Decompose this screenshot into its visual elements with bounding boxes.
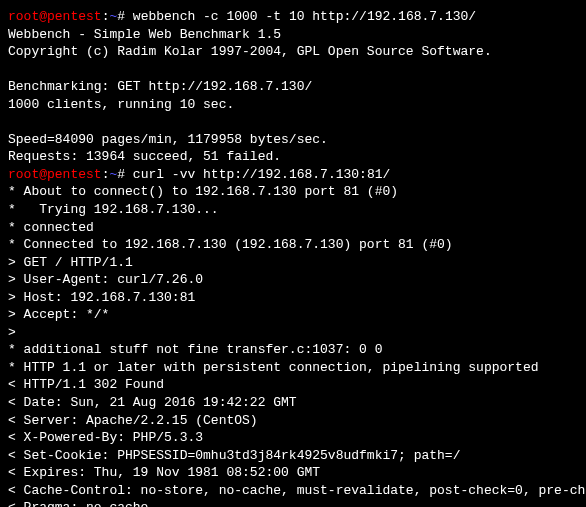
- output-line: < Expires: Thu, 19 Nov 1981 08:52:00 GMT: [8, 464, 578, 482]
- output-line: > Host: 192.168.7.130:81: [8, 289, 578, 307]
- output-line: >: [8, 324, 578, 342]
- prompt-line: root@pentest:~# webbench -c 1000 -t 10 h…: [8, 8, 578, 26]
- output-line: > GET / HTTP/1.1: [8, 254, 578, 272]
- output-line: < Set-Cookie: PHPSESSID=0mhu3td3j84rk492…: [8, 447, 578, 465]
- output-line: * HTTP 1.1 or later with persistent conn…: [8, 359, 578, 377]
- output-line: Benchmarking: GET http://192.168.7.130/: [8, 78, 578, 96]
- output-line: Speed=84090 pages/min, 1179958 bytes/sec…: [8, 131, 578, 149]
- output-line: * About to connect() to 192.168.7.130 po…: [8, 183, 578, 201]
- prompt-line: root@pentest:~# curl -vv http://192.168.…: [8, 166, 578, 184]
- output-line: * connected: [8, 219, 578, 237]
- output-line: 1000 clients, running 10 sec.: [8, 96, 578, 114]
- output-line: < Pragma: no-cache: [8, 499, 578, 507]
- command-text: # curl -vv http://192.168.7.130:81/: [117, 167, 390, 182]
- output-line: < Cache-Control: no-store, no-cache, mus…: [8, 482, 578, 500]
- output-line: Requests: 13964 succeed, 51 failed.: [8, 148, 578, 166]
- prompt-user: root@pentest: [8, 167, 102, 182]
- output-line: < X-Powered-By: PHP/5.3.3: [8, 429, 578, 447]
- output-line: > User-Agent: curl/7.26.0: [8, 271, 578, 289]
- output-line: * Connected to 192.168.7.130 (192.168.7.…: [8, 236, 578, 254]
- output-line: > Accept: */*: [8, 306, 578, 324]
- output-line: < Server: Apache/2.2.15 (CentOS): [8, 412, 578, 430]
- output-line: < Date: Sun, 21 Aug 2016 19:42:22 GMT: [8, 394, 578, 412]
- output-line: < HTTP/1.1 302 Found: [8, 376, 578, 394]
- command-text: # webbench -c 1000 -t 10 http://192.168.…: [117, 9, 476, 24]
- output-line: * Trying 192.168.7.130...: [8, 201, 578, 219]
- terminal-output[interactable]: root@pentest:~# webbench -c 1000 -t 10 h…: [8, 8, 578, 507]
- output-line: [8, 61, 578, 79]
- prompt-user: root@pentest: [8, 9, 102, 24]
- output-line: Copyright (c) Radim Kolar 1997-2004, GPL…: [8, 43, 578, 61]
- output-line: Webbench - Simple Web Benchmark 1.5: [8, 26, 578, 44]
- output-line: * additional stuff not fine transfer.c:1…: [8, 341, 578, 359]
- output-line: [8, 113, 578, 131]
